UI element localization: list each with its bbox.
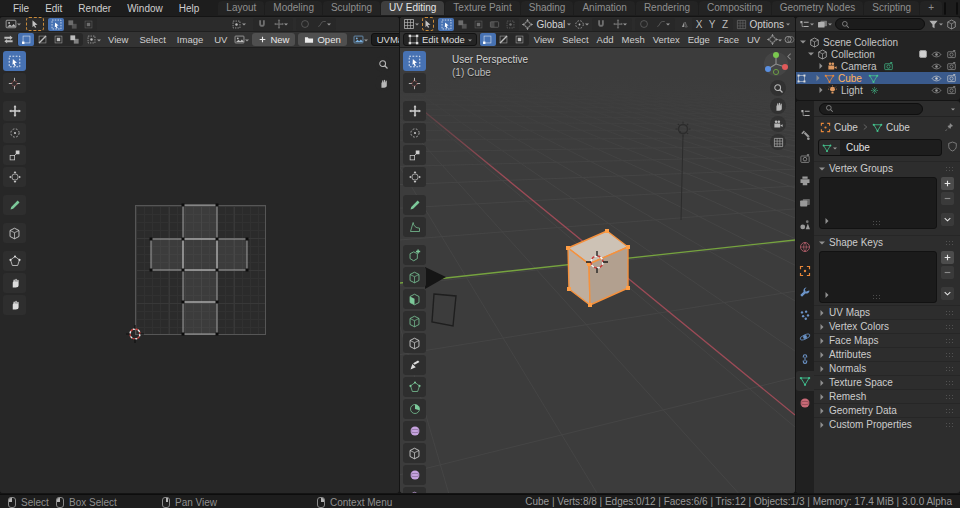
fake-user-button[interactable]: [947, 141, 958, 152]
workspace-tab-layout[interactable]: Layout: [218, 1, 264, 15]
uv-browse-image-button[interactable]: [234, 33, 249, 46]
workspace-tab-uv-editing[interactable]: UV Editing: [381, 1, 444, 15]
panel-vertex-groups[interactable]: Vertex Groups: [814, 161, 960, 175]
tab-render[interactable]: [796, 149, 814, 169]
workspace-tab-rendering[interactable]: Rendering: [636, 1, 698, 15]
uv-falloff-button[interactable]: [313, 18, 335, 31]
add-vertex-group-button[interactable]: [941, 177, 954, 190]
breadcrumb-data[interactable]: Cube: [886, 122, 910, 133]
v3d-menu-face[interactable]: Face: [715, 34, 742, 45]
properties-options-button[interactable]: [951, 107, 955, 111]
outliner-search-input[interactable]: [835, 18, 925, 30]
workspace-tab-compositing[interactable]: Compositing: [699, 1, 771, 15]
uv-snap-target-button[interactable]: [270, 18, 292, 31]
collection-checkbox[interactable]: [919, 50, 927, 58]
uv-sticky-select-button[interactable]: [86, 33, 101, 46]
hide-eye-icon[interactable]: [931, 49, 942, 60]
uv-map-browse-button[interactable]: [353, 33, 368, 46]
show-gizmo-button[interactable]: [767, 34, 782, 45]
uv-editor-type-button[interactable]: [3, 18, 23, 31]
tool-select-box[interactable]: [403, 51, 426, 71]
panel-remesh[interactable]: Remesh: [814, 389, 960, 403]
panel-shape-keys[interactable]: Shape Keys: [814, 235, 960, 249]
tool-bevel[interactable]: [403, 311, 426, 331]
shape-keys-list[interactable]: [819, 251, 937, 303]
mirror-y-toggle[interactable]: Y: [706, 18, 719, 31]
render-visibility-icon[interactable]: [946, 61, 957, 72]
outliner-filter-button[interactable]: [928, 19, 943, 30]
outliner-row-light[interactable]: Light: [796, 84, 960, 96]
render-visibility-icon[interactable]: [946, 49, 957, 60]
workspace-tab-sculpting[interactable]: Sculpting: [323, 1, 380, 15]
v3d-select-extend-button[interactable]: [454, 18, 470, 31]
uv-select-mode-face[interactable]: [50, 33, 66, 46]
outliner-display-mode-button[interactable]: [799, 19, 814, 30]
tool-options-dropdown[interactable]: Options: [750, 19, 790, 30]
viewport-editor-type-button[interactable]: [403, 18, 419, 31]
remove-vertex-group-button[interactable]: [941, 192, 954, 205]
tool-rotate[interactable]: [403, 123, 426, 143]
v3d-select-invert-button[interactable]: [486, 18, 502, 31]
workspace-tab-geometry-nodes[interactable]: Geometry Nodes: [772, 1, 864, 15]
tool-knife[interactable]: [403, 355, 426, 375]
uv-select-extend-button[interactable]: [64, 18, 80, 31]
v3d-select-intersect-button[interactable]: [502, 18, 518, 31]
v3d-select-new-button[interactable]: [438, 18, 454, 31]
proportional-toggle[interactable]: [636, 18, 652, 31]
transform-orientation-dropdown[interactable]: Global: [536, 19, 571, 30]
tool-move[interactable]: [403, 101, 426, 121]
workspace-tab-shading[interactable]: Shading: [521, 1, 574, 15]
tool-measure[interactable]: [403, 217, 426, 237]
tool-grab[interactable]: [3, 251, 26, 271]
tool-select-box[interactable]: [3, 51, 26, 71]
uv-menu-uv[interactable]: UV: [210, 34, 231, 45]
shape-key-specials-button[interactable]: [941, 287, 954, 300]
uv-select-subtract-button[interactable]: [80, 18, 96, 31]
uv-pivot-button[interactable]: [226, 18, 250, 31]
view-layer-browse-button[interactable]: [957, 3, 958, 14]
menu-window[interactable]: Window: [120, 2, 170, 15]
v3d-ortho-toggle-icon[interactable]: [770, 134, 786, 150]
add-workspace-button[interactable]: +: [920, 1, 942, 15]
viewport-canvas[interactable]: User Perspective (1) Cube: [400, 48, 795, 493]
tool-scale[interactable]: [3, 145, 26, 165]
tool-relax[interactable]: [3, 273, 26, 293]
hide-eye-icon[interactable]: [931, 73, 942, 84]
scene-browse-button[interactable]: [945, 3, 946, 14]
orientation-icon-button[interactable]: [522, 18, 533, 31]
tool-spin[interactable]: [403, 399, 426, 419]
tool-poly-build[interactable]: [403, 377, 426, 397]
panel-normals[interactable]: Normals: [814, 361, 960, 375]
v3d-menu-mesh[interactable]: Mesh: [619, 34, 648, 45]
tab-output[interactable]: [796, 171, 814, 191]
tool-pinch[interactable]: [3, 295, 26, 315]
outliner-row-scene-collection[interactable]: Scene Collection: [796, 36, 960, 48]
v3d-select-subtract-button[interactable]: [470, 18, 486, 31]
uv-select-mode-island[interactable]: [66, 33, 82, 46]
vertex-groups-list[interactable]: [819, 177, 937, 229]
mirror-z-toggle[interactable]: Z: [719, 18, 732, 31]
tab-tool[interactable]: [796, 125, 814, 145]
falloff-button[interactable]: [652, 18, 674, 31]
uv-sync-select-toggle[interactable]: [3, 33, 14, 46]
tool-loop-cut[interactable]: [403, 333, 426, 353]
tool-add-cube[interactable]: [403, 245, 426, 265]
hide-eye-icon[interactable]: [931, 85, 942, 96]
tool-inset-faces[interactable]: [403, 289, 426, 309]
v3d-pan-icon[interactable]: [770, 98, 786, 114]
menu-file[interactable]: File: [6, 2, 36, 15]
uv-select-mode-vertex[interactable]: [18, 33, 34, 46]
v3d-menu-edge[interactable]: Edge: [685, 34, 713, 45]
tool-transform[interactable]: [403, 167, 426, 187]
uv-pan-icon[interactable]: [375, 75, 391, 91]
v3d-menu-vertex[interactable]: Vertex: [650, 34, 683, 45]
workspace-tab-modeling[interactable]: Modeling: [265, 1, 322, 15]
new-image-button[interactable]: New: [252, 33, 295, 46]
uv-menu-view[interactable]: View: [104, 34, 132, 45]
vertex-group-specials-button[interactable]: [941, 213, 954, 226]
viewport-active-tool-button[interactable]: [422, 17, 434, 31]
panel-uv-maps[interactable]: UV Maps: [814, 305, 960, 319]
snap-target-button[interactable]: [609, 18, 631, 31]
uv-menu-select[interactable]: Select: [135, 34, 169, 45]
tool-move[interactable]: [3, 101, 26, 121]
